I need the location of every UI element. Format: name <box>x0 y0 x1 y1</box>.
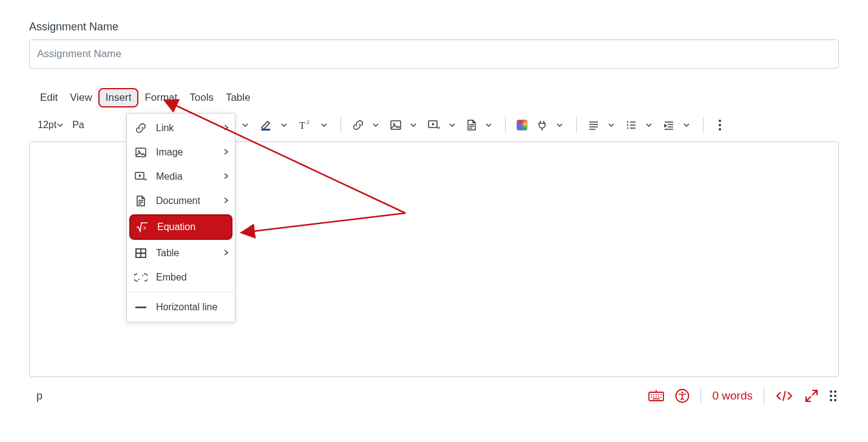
highlight-color-dropdown[interactable] <box>276 115 292 135</box>
chevron-right-icon <box>223 147 229 158</box>
svg-rect-17 <box>135 307 146 308</box>
insert-menu-link[interactable]: Link <box>127 116 235 140</box>
insert-menu-dropdown: Link Image Media Doc <box>126 113 236 322</box>
status-divider <box>700 388 701 404</box>
plugin-button[interactable] <box>534 115 551 135</box>
apps-icon <box>517 120 527 131</box>
insert-menu-equation[interactable]: x Equation <box>129 214 232 240</box>
chevron-right-icon <box>223 248 229 259</box>
insert-menu-document[interactable]: Document <box>127 189 235 213</box>
chevron-right-icon <box>223 195 229 206</box>
chevron-down-icon <box>683 121 690 129</box>
editor-statusbar: p 0 words <box>29 382 839 410</box>
list-icon <box>625 119 637 131</box>
font-size-label: 12pt <box>38 120 56 131</box>
resize-handle[interactable] <box>830 390 836 401</box>
equation-icon: x <box>135 222 149 233</box>
svg-point-22 <box>682 392 683 393</box>
grip-icon <box>830 390 836 401</box>
image-icon <box>390 119 402 131</box>
assignment-name-input[interactable] <box>29 39 839 69</box>
insert-image-button[interactable] <box>387 115 404 135</box>
menu-item-label: Document <box>156 195 200 206</box>
svg-point-8 <box>627 124 628 125</box>
svg-point-15 <box>138 279 140 280</box>
toolbar-more-button[interactable] <box>712 115 728 135</box>
menu-item-label: Link <box>156 123 174 134</box>
align-dropdown[interactable] <box>603 115 619 135</box>
text-color-dropdown[interactable] <box>237 115 253 135</box>
insert-link-dropdown[interactable] <box>368 115 384 135</box>
chevron-down-icon <box>645 121 653 129</box>
html-editor-button[interactable] <box>775 390 793 402</box>
svg-text:2: 2 <box>307 119 310 125</box>
media-icon <box>427 119 441 131</box>
indent-button[interactable] <box>660 115 677 135</box>
insert-menu-horizontal-line[interactable]: Horizontal line <box>127 295 235 319</box>
toolbar-divider <box>703 117 704 133</box>
svg-point-9 <box>627 127 628 128</box>
fullscreen-button[interactable] <box>804 389 819 403</box>
menubar-table[interactable]: Table <box>220 88 257 107</box>
insert-document-dropdown[interactable] <box>481 115 497 135</box>
insert-media-button[interactable] <box>425 115 443 135</box>
link-icon <box>134 122 147 134</box>
svg-text:x: x <box>143 225 146 231</box>
menubar-insert[interactable]: Insert <box>98 88 139 107</box>
toolbar-divider <box>505 117 506 133</box>
menubar-view[interactable]: View <box>64 88 98 107</box>
chevron-down-icon <box>242 121 249 129</box>
highlight-icon <box>259 118 273 132</box>
align-button[interactable] <box>585 115 602 135</box>
chevron-down-icon <box>56 121 64 129</box>
chevron-right-icon <box>223 171 229 182</box>
status-divider <box>764 388 764 404</box>
insert-document-button[interactable] <box>464 115 480 135</box>
superscript-button[interactable]: T 2 <box>296 115 315 135</box>
chevron-down-icon <box>556 121 563 129</box>
editor-menubar: Edit View Insert Format Tools Table <box>29 86 839 110</box>
highlight-color-button[interactable] <box>257 115 275 135</box>
list-button[interactable] <box>623 115 640 135</box>
insert-menu-embed[interactable]: Embed <box>127 265 235 290</box>
chevron-right-icon <box>223 123 229 134</box>
svg-rect-1 <box>262 129 270 131</box>
link-icon <box>352 119 364 131</box>
menubar-edit[interactable]: Edit <box>34 88 64 107</box>
block-style-select[interactable]: Pa <box>70 115 87 135</box>
menu-item-label: Equation <box>157 222 195 233</box>
chevron-down-icon <box>280 121 288 129</box>
chevron-down-icon <box>320 121 328 129</box>
plugin-dropdown[interactable] <box>552 115 568 135</box>
superscript-dropdown[interactable] <box>316 115 332 135</box>
kebab-icon <box>719 120 721 131</box>
svg-text:T: T <box>299 120 305 131</box>
menubar-tools[interactable]: Tools <box>183 88 220 107</box>
menu-item-label: Media <box>156 171 183 182</box>
apps-button[interactable] <box>514 115 530 135</box>
chevron-down-icon <box>449 121 456 129</box>
media-icon <box>134 171 147 183</box>
accessibility-icon <box>675 389 690 403</box>
superscript-icon: T 2 <box>298 119 313 131</box>
element-path[interactable]: p <box>32 390 42 403</box>
insert-menu-media[interactable]: Media <box>127 165 235 189</box>
document-icon <box>134 195 147 207</box>
insert-menu-table[interactable]: Table <box>127 241 235 265</box>
insert-link-button[interactable] <box>350 115 367 135</box>
menu-item-label: Image <box>156 147 183 158</box>
svg-rect-4 <box>391 121 401 129</box>
word-count[interactable]: 0 words <box>712 389 753 403</box>
insert-image-dropdown[interactable] <box>405 115 421 135</box>
accessibility-checker-button[interactable] <box>675 389 690 403</box>
menubar-format[interactable]: Format <box>138 88 183 107</box>
insert-media-dropdown[interactable] <box>444 115 460 135</box>
keyboard-shortcuts-button[interactable] <box>648 390 664 402</box>
menu-item-label: Embed <box>156 272 187 283</box>
list-dropdown[interactable] <box>641 115 657 135</box>
table-icon <box>134 247 147 259</box>
indent-dropdown[interactable] <box>679 115 694 135</box>
insert-menu-image[interactable]: Image <box>127 140 235 165</box>
font-size-select[interactable]: 12pt <box>35 115 66 135</box>
toolbar-divider <box>341 117 341 133</box>
